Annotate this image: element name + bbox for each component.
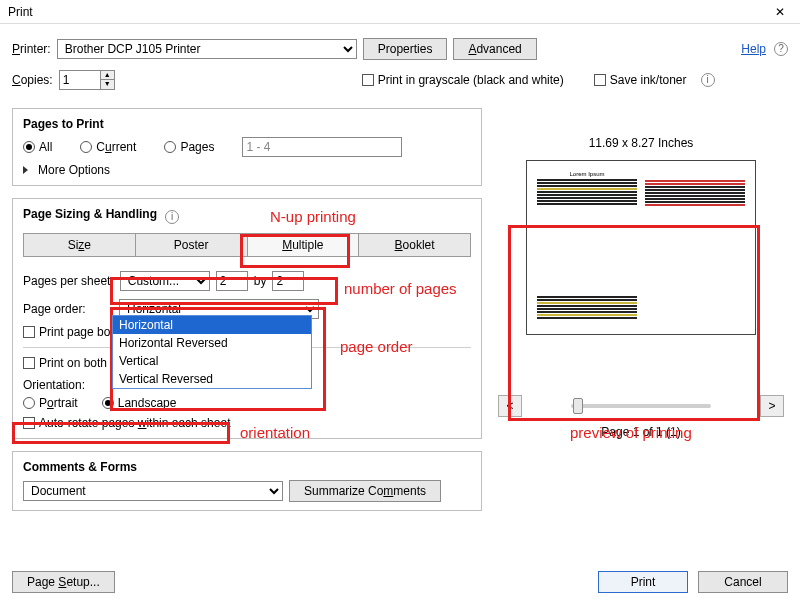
tab-multiple[interactable]: Multiple xyxy=(248,233,360,257)
window-title: Print xyxy=(8,5,766,19)
order-option-horizontal-rev[interactable]: Horizontal Reversed xyxy=(113,334,311,352)
order-label: Page order: xyxy=(23,302,113,316)
order-option-vertical[interactable]: Vertical xyxy=(113,352,311,370)
comments-select[interactable]: Document xyxy=(23,481,283,501)
comments-section: Comments & Forms Document Summarize Comm… xyxy=(12,451,482,511)
chevron-right-icon xyxy=(23,166,28,174)
pps-y-input[interactable] xyxy=(272,271,304,291)
sizing-tabs: Size Poster Multiple Booklet xyxy=(23,233,471,257)
help-link[interactable]: Help xyxy=(741,42,766,56)
pps-mode-select[interactable]: Custom... xyxy=(120,271,210,291)
spin-up-icon[interactable]: ▲ xyxy=(100,71,114,80)
pps-by-label: by xyxy=(254,274,267,288)
printer-label: Printer: xyxy=(12,42,51,56)
copies-spinner[interactable]: ▲▼ xyxy=(59,70,115,90)
radio-landscape[interactable]: Landscape xyxy=(102,396,177,410)
advanced-button[interactable]: Advanced xyxy=(453,38,536,60)
spin-down-icon[interactable]: ▼ xyxy=(100,80,114,89)
saveink-checkbox[interactable]: Save ink/toner xyxy=(594,73,687,87)
pps-x-input[interactable] xyxy=(216,271,248,291)
orientation-label: Orientation: xyxy=(23,378,85,392)
grayscale-checkbox[interactable]: Print in grayscale (black and white) xyxy=(362,73,564,87)
order-option-vertical-rev[interactable]: Vertical Reversed xyxy=(113,370,311,388)
radio-pages[interactable]: Pages xyxy=(164,140,214,154)
radio-portrait[interactable]: Portrait xyxy=(23,396,78,410)
pps-label: Pages per sheet: xyxy=(23,274,114,288)
left-column: Pages to Print All Current Pages More Op… xyxy=(12,96,482,511)
dialog-content: Printer: Brother DCP J105 Printer Proper… xyxy=(0,24,800,601)
close-icon[interactable]: ✕ xyxy=(766,5,794,19)
summarize-comments-button[interactable]: Summarize Comments xyxy=(289,480,441,502)
printer-select[interactable]: Brother DCP J105 Printer xyxy=(57,39,357,59)
page-order-dropdown[interactable]: Horizontal Horizontal Reversed Vertical … xyxy=(112,315,312,389)
dialog-footer: Page Setup... Print Cancel xyxy=(12,571,788,593)
tab-booklet[interactable]: Booklet xyxy=(359,233,471,257)
radio-all[interactable]: All xyxy=(23,140,52,154)
radio-current[interactable]: Current xyxy=(80,140,136,154)
printer-row: Printer: Brother DCP J105 Printer Proper… xyxy=(12,38,788,60)
copies-input[interactable] xyxy=(60,71,100,89)
print-preview: Lorem Ipsum xyxy=(526,160,756,335)
preview-page-label: Page 1 of 1 (1) xyxy=(494,425,788,439)
cancel-button[interactable]: Cancel xyxy=(698,571,788,593)
titlebar: Print ✕ xyxy=(0,0,800,24)
preview-nav: < > xyxy=(494,395,788,417)
order-option-horizontal[interactable]: Horizontal xyxy=(113,316,311,334)
help-icon[interactable]: ? xyxy=(774,42,788,56)
print-button[interactable]: Print xyxy=(598,571,688,593)
preview-dimensions: 11.69 x 8.27 Inches xyxy=(494,136,788,150)
next-page-button[interactable]: > xyxy=(760,395,784,417)
tab-poster[interactable]: Poster xyxy=(136,233,248,257)
zoom-slider[interactable] xyxy=(571,404,711,408)
copies-row: Copies: ▲▼ Print in grayscale (black and… xyxy=(12,70,788,90)
tab-size[interactable]: Size xyxy=(23,233,136,257)
prev-page-button[interactable]: < xyxy=(498,395,522,417)
sizing-heading: Page Sizing & Handling xyxy=(23,207,157,221)
pages-heading: Pages to Print xyxy=(23,117,471,131)
autorotate-checkbox[interactable]: Auto-rotate pages within each sheet xyxy=(23,416,230,430)
pages-range-input[interactable] xyxy=(242,137,402,157)
pages-to-print-section: Pages to Print All Current Pages More Op… xyxy=(12,108,482,186)
properties-button[interactable]: Properties xyxy=(363,38,448,60)
preview-column: 11.69 x 8.27 Inches Lorem Ipsum < > Page… xyxy=(494,136,788,439)
more-options-toggle[interactable]: More Options xyxy=(23,163,471,177)
info-icon[interactable]: i xyxy=(165,210,179,224)
info-icon[interactable]: i xyxy=(701,73,715,87)
comments-heading: Comments & Forms xyxy=(23,460,471,474)
sizing-section: Page Sizing & Handling i Size Poster Mul… xyxy=(12,198,482,439)
copies-label: Copies: xyxy=(12,73,53,87)
page-setup-button[interactable]: Page Setup... xyxy=(12,571,115,593)
